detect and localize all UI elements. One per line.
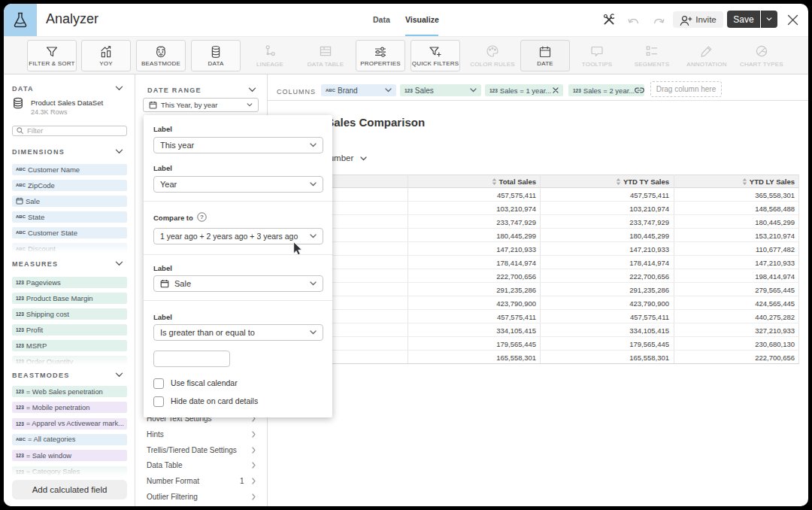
svg-text:?: ? — [200, 214, 204, 220]
